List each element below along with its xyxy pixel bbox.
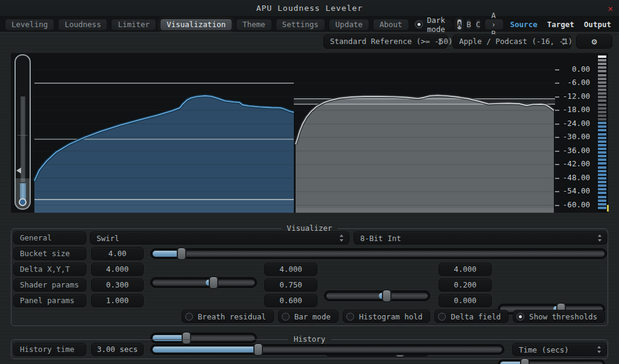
meter-segment (598, 158, 606, 161)
preset-a-button[interactable]: A (457, 19, 463, 30)
delta-x-value: 4.000 (91, 263, 144, 276)
checkbox-bar-mode[interactable]: Bar mode (278, 310, 338, 323)
spinner-icon (340, 234, 344, 242)
meter-segment (598, 174, 606, 176)
meter-segment (598, 162, 606, 165)
tab-loudness[interactable]: Loudness (58, 19, 107, 31)
level-meter (597, 54, 607, 212)
db-scale-label: 0.00 (559, 64, 590, 74)
view-output-button[interactable]: Output (581, 20, 614, 29)
dark-mode-toggle[interactable]: Dark mode (413, 19, 453, 31)
history-time-value: 3.00 secs (91, 343, 144, 356)
db-scale-label: -36.00 (559, 146, 590, 155)
profile-dropdown-value: Apple / Podcast (-16, -1) (459, 37, 573, 46)
panel-params-label: Panel params (13, 294, 86, 307)
meter-segment (598, 125, 606, 128)
spinner-icon (598, 234, 602, 242)
checkbox-label: Bar mode (294, 312, 331, 321)
slider-fill (153, 347, 258, 353)
profile-dropdown[interactable]: Apple / Podcast (-16, -1) (452, 34, 571, 49)
meter-segment (598, 166, 606, 169)
meter-segment (598, 122, 606, 124)
tab-bar: Leveling Loudness Limiter Visualization … (0, 17, 619, 33)
meter-segment (598, 74, 606, 77)
db-scale-label: -18.00 (559, 105, 590, 114)
view-source-button[interactable]: Source (507, 20, 541, 29)
shader-dropdown[interactable]: Swirl (90, 231, 349, 245)
slider-groove (326, 293, 428, 299)
reference-dropdown-value: Standard Reference (>= -60) (330, 37, 452, 46)
loudness-plot[interactable] (33, 53, 555, 213)
dark-mode-label: Dark mode (427, 16, 445, 34)
copy-a-to-b-button[interactable]: A › B (484, 19, 503, 30)
bucket-size-value: 4.00 (91, 247, 144, 260)
meter-segment (598, 133, 606, 136)
tab-settings[interactable]: Settings (276, 19, 325, 31)
checkbox-circle-icon (346, 313, 354, 321)
delta-t-value: 4.000 (439, 263, 492, 276)
window-title: APU Loudness Leveler (256, 4, 363, 13)
meter-segment (598, 107, 606, 110)
tab-visualization[interactable]: Visualization (160, 19, 232, 31)
panel-param1-value: 1.000 (91, 294, 144, 307)
gain-vertical-slider[interactable] (14, 54, 31, 210)
delta-xyt-label: Delta X,Y,T (13, 263, 86, 276)
checkbox-label: Breath residual (198, 312, 266, 321)
checkbox-label: Histogram hold (359, 312, 422, 321)
vertical-slider-handle[interactable] (19, 198, 27, 206)
checkbox-label: Show thresholds (529, 312, 597, 321)
shader-param3-value: 0.200 (439, 278, 492, 292)
tab-limiter[interactable]: Limiter (111, 19, 156, 31)
slider-handle[interactable] (209, 276, 218, 289)
close-icon[interactable]: ✕ (608, 4, 613, 13)
tab-about[interactable]: About (373, 19, 409, 31)
meter-segment (598, 129, 606, 131)
meter-segment (598, 81, 606, 84)
format-dropdown[interactable]: 8-Bit Int (354, 231, 608, 245)
checkbox-circle-icon (282, 313, 290, 321)
slider-groove (153, 251, 605, 257)
tab-update[interactable]: Update (329, 19, 369, 31)
checkbox-breath-residual[interactable]: Breath residual (182, 310, 274, 323)
tab-leveling[interactable]: Leveling (5, 19, 54, 31)
meter-segment (598, 184, 606, 187)
vertical-slider-midline (17, 135, 28, 136)
spinner-icon (597, 346, 602, 353)
meter-segment (598, 140, 606, 143)
tab-theme[interactable]: Theme (236, 19, 272, 31)
meter-segment (598, 203, 606, 206)
slider-handle[interactable] (253, 343, 263, 356)
dark-mode-toggle-icon (415, 20, 423, 28)
preset-c-button[interactable]: C (475, 19, 481, 30)
db-scale-label: -42.00 (559, 159, 590, 168)
history-unit-dropdown[interactable]: Time (secs) (512, 343, 607, 356)
meter-segment (598, 155, 606, 157)
db-scale-label: -48.00 (559, 173, 590, 182)
view-target-button[interactable]: Target (544, 20, 577, 29)
delta-y-slider[interactable] (324, 289, 430, 303)
slider-handle[interactable] (382, 289, 392, 303)
meter-segment (598, 55, 606, 58)
db-scale-label: -30.00 (559, 132, 590, 141)
shader-params-label: Shader params (13, 278, 86, 292)
general-label: General (13, 231, 86, 245)
slider-handle[interactable] (177, 247, 186, 260)
delta-x-slider[interactable] (150, 276, 257, 289)
shader-param1-value: 0.300 (91, 278, 144, 292)
db-scale-label: -54.00 (559, 186, 590, 195)
preset-b-button[interactable]: B (466, 19, 472, 30)
history-time-label: History time (13, 343, 86, 356)
checkbox-show-thresholds[interactable]: Show thresholds (513, 310, 605, 323)
checkbox-circle-icon (516, 313, 524, 321)
checkbox-delta-field[interactable]: Delta field (434, 310, 509, 323)
meter-segment (598, 115, 606, 117)
meter-segment (598, 144, 606, 146)
spinner-icon (438, 38, 442, 45)
reference-dropdown[interactable]: Standard Reference (>= -60) (323, 34, 448, 49)
settings-gear-button[interactable]: ⚙ (576, 34, 612, 49)
history-time-slider[interactable] (150, 343, 504, 356)
db-scale-label: -12.00 (559, 92, 590, 101)
meter-segment (598, 196, 606, 198)
checkbox-histogram-hold[interactable]: Histogram hold (343, 310, 430, 323)
bucket-size-slider[interactable] (150, 247, 607, 260)
